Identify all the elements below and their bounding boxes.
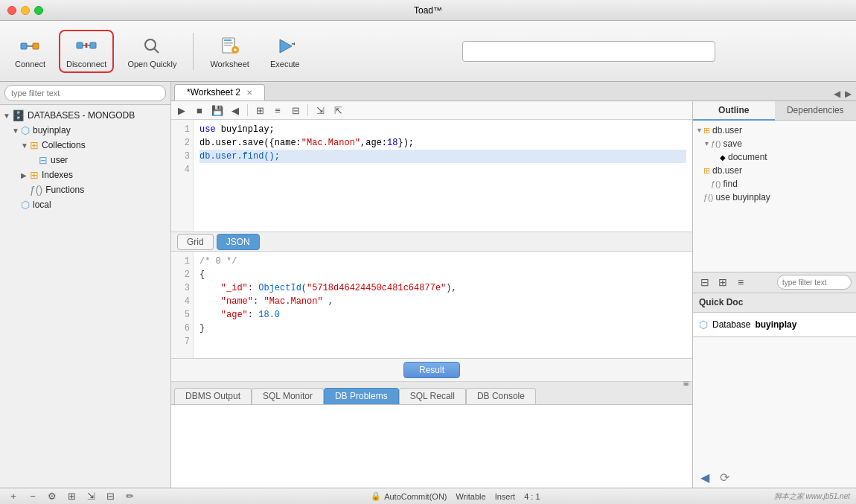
status-expand-btn[interactable]: ⇲	[83, 489, 98, 504]
disconnect-icon	[74, 34, 98, 58]
outline-item-save[interactable]: ▼ ƒ() save	[693, 137, 856, 150]
json-line-numbers: 1 2 3 4 5 6 7	[171, 252, 194, 358]
outline-item-document[interactable]: ◆ document	[693, 150, 856, 164]
col-view-btn[interactable]: ⊟	[288, 103, 303, 118]
outline-document-label: document	[728, 152, 767, 162]
sidebar-item-local[interactable]: ⬡ local	[0, 197, 170, 212]
status-grid-btn[interactable]: ⊞	[64, 489, 79, 504]
result-button[interactable]: Result	[403, 362, 460, 378]
db-icon: ⬡	[21, 124, 30, 136]
db-problems-tab[interactable]: DB Problems	[324, 388, 399, 404]
nav-back-btn[interactable]: ◀	[697, 470, 712, 485]
outline-toolbar-btn3[interactable]: ≡	[733, 275, 748, 290]
status-edit-btn[interactable]: ✏	[122, 489, 137, 504]
status-center: 🔒 AutoCommit(ON) Writable Insert 4 : 1	[146, 491, 765, 501]
outline-find-label: find	[723, 179, 737, 189]
db-outline-icon2: ⊞	[703, 166, 710, 176]
db-connection-input[interactable]: MongoDB	[462, 41, 715, 62]
connect-icon	[18, 34, 42, 58]
collapse-btn[interactable]: ⇱	[330, 103, 345, 118]
autocommit-label: AutoCommit(ON)	[384, 492, 447, 501]
fn-icon: ƒ()	[711, 139, 721, 148]
main-container: ▼ 🗄️ DATABASES - MONGODB ▼ ⬡ buyinplay ▼…	[0, 82, 856, 488]
outline-nav-buttons: ◀ ⟳	[697, 470, 732, 485]
list-view-btn[interactable]: ≡	[270, 103, 285, 118]
open-quickly-label: Open Quickly	[127, 60, 176, 68]
code-editor[interactable]: 1 2 3 4 use buyinplay; db.user.save({nam…	[171, 120, 692, 232]
status-bar: + − ⚙ ⊞ ⇲ ⊟ ✏ 🔒 AutoCommit(ON) Writable …	[0, 488, 856, 504]
code-content[interactable]: use buyinplay; db.user.save({name:"Mac.M…	[194, 120, 692, 232]
tab-close-icon[interactable]: ✕	[246, 89, 252, 97]
status-autocommit: 🔒 AutoCommit(ON)	[371, 491, 447, 501]
sidebar-databases-header[interactable]: ▼ 🗄️ DATABASES - MONGODB	[0, 108, 170, 123]
line-numbers: 1 2 3 4	[171, 120, 194, 232]
app-title: Toad™	[414, 5, 442, 16]
folder-icon: ⊞	[30, 139, 39, 151]
nav-refresh-btn[interactable]: ⟳	[717, 470, 732, 485]
toolbar-sep-1	[193, 33, 194, 70]
maximize-button[interactable]	[34, 6, 43, 15]
stop-btn[interactable]: ■	[192, 103, 207, 118]
sidebar-item-indexes[interactable]: ▶ ⊞ Indexes	[0, 168, 170, 182]
worksheet-button[interactable]: Worksheet	[202, 30, 256, 73]
expand-btn[interactable]: ⇲	[313, 103, 328, 118]
line-num-4: 4	[176, 163, 190, 176]
open-quickly-button[interactable]: Open Quickly	[120, 30, 184, 73]
outline-item-use[interactable]: ƒ() use buyinplay	[693, 191, 856, 204]
json-line-3: "_id": ObjectId("5718d46424450c481c64877…	[199, 281, 686, 295]
fn-find-icon: ƒ()	[711, 179, 721, 188]
tab-label: *Worksheet 2	[187, 87, 240, 98]
svg-rect-0	[21, 43, 27, 49]
dependencies-tab[interactable]: Dependencies	[775, 101, 857, 121]
sql-monitor-tab[interactable]: SQL Monitor	[252, 388, 324, 404]
save-btn[interactable]: 💾	[210, 103, 225, 118]
dbms-output-tab[interactable]: DBMS Output	[174, 388, 252, 404]
minimize-button[interactable]	[21, 6, 30, 15]
outline-dbuser2-label: db.user	[712, 165, 742, 176]
tab-bar: *Worksheet 2 ✕ ◀ ▶	[171, 82, 856, 101]
json-line-4: "name": "Mac.Manon" ,	[199, 295, 686, 308]
sidebar-item-buyinplay[interactable]: ▼ ⬡ buyinplay	[0, 123, 170, 138]
status-cols-btn[interactable]: ⊟	[103, 489, 118, 504]
outline-item-dbuser1[interactable]: ▼ ⊞ db.user	[693, 124, 856, 137]
traffic-lights	[7, 6, 43, 15]
execute-button[interactable]: Execute	[263, 30, 307, 73]
connect-button[interactable]: Connect	[7, 30, 53, 73]
back-btn[interactable]: ◀	[228, 103, 243, 118]
outline-tab[interactable]: Outline	[693, 101, 775, 121]
content-area: *Worksheet 2 ✕ ◀ ▶ ▶ ■ 💾 ◀ ⊞ ≡	[171, 82, 856, 488]
sidebar-item-functions[interactable]: ƒ() Functions	[0, 182, 170, 197]
outline-toolbar-btn1[interactable]: ⊟	[697, 275, 712, 290]
outline-panel: Outline Dependencies ▼ ⊞ db.user ▼ ƒ() s…	[692, 101, 856, 488]
sidebar-filter-input[interactable]	[4, 85, 166, 101]
local-label: local	[33, 200, 51, 210]
outline-filter-input[interactable]	[777, 275, 852, 290]
grid-tab[interactable]: Grid	[177, 234, 214, 250]
db-outline-icon: ⊞	[703, 126, 710, 135]
tab-nav: ◀ ▶	[832, 89, 853, 99]
status-remove-btn[interactable]: −	[25, 489, 40, 504]
close-button[interactable]	[7, 6, 16, 15]
outline-item-dbuser2[interactable]: ⊞ db.user	[693, 164, 856, 177]
outline-toolbar-btn2[interactable]: ⊞	[715, 275, 730, 290]
tab-nav-right[interactable]: ▶	[843, 89, 853, 99]
worksheet-tab[interactable]: *Worksheet 2 ✕	[174, 84, 265, 101]
db-console-tab[interactable]: DB Console	[466, 388, 536, 404]
grid-view-btn[interactable]: ⊞	[252, 103, 267, 118]
run-btn[interactable]: ▶	[174, 103, 189, 118]
json-tab[interactable]: JSON	[217, 234, 260, 250]
disconnect-button[interactable]: Disconnect	[59, 30, 114, 73]
sidebar-item-collections[interactable]: ▼ ⊞ Collections	[0, 138, 170, 153]
worksheet-icon	[218, 34, 242, 58]
sidebar-item-user[interactable]: ⊟ user	[0, 153, 170, 168]
autocommit-icon: 🔒	[371, 491, 381, 501]
code-line-4: db.user.find();	[199, 150, 686, 163]
arrow-icon: ▼	[696, 127, 703, 134]
outline-tree: ▼ ⊞ db.user ▼ ƒ() save ◆ document	[693, 121, 856, 272]
outline-item-find[interactable]: ƒ() find	[693, 177, 856, 191]
status-settings-btn[interactable]: ⚙	[45, 489, 60, 504]
editor-side: ▶ ■ 💾 ◀ ⊞ ≡ ⊟ ⇲ ⇱ 1 2	[171, 101, 692, 488]
status-add-btn[interactable]: +	[6, 489, 21, 504]
tab-nav-left[interactable]: ◀	[832, 89, 842, 99]
sql-recall-tab[interactable]: SQL Recall	[399, 388, 466, 404]
